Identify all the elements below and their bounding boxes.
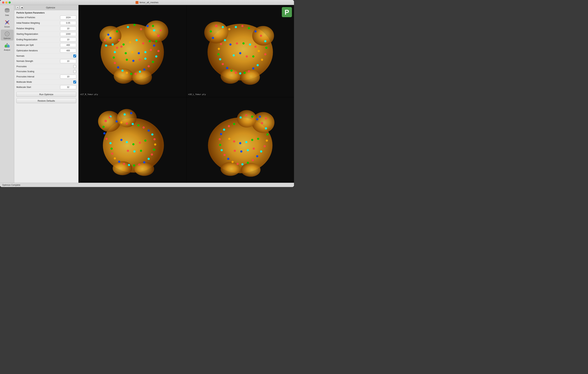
opt-iter-label: Optimization Iterations bbox=[16, 49, 60, 52]
analyze-icon bbox=[4, 42, 10, 49]
iter-split-input[interactable] bbox=[60, 43, 76, 47]
svg-point-112 bbox=[103, 132, 105, 134]
svg-point-90 bbox=[224, 39, 226, 41]
svg-point-20 bbox=[118, 39, 120, 41]
sidebar-item-optimize[interactable]: Optimize bbox=[1, 30, 14, 40]
svg-point-157 bbox=[261, 122, 263, 124]
svg-point-61 bbox=[220, 69, 240, 84]
svg-point-26 bbox=[153, 44, 155, 47]
sidebar-item-data[interactable]: Data bbox=[1, 6, 14, 17]
svg-point-133 bbox=[132, 123, 134, 125]
svg-point-173 bbox=[219, 138, 221, 140]
svg-point-15 bbox=[153, 29, 155, 31]
svg-point-156 bbox=[256, 118, 258, 120]
svg-point-46 bbox=[150, 49, 152, 51]
iter-split-label: Iterations per Split bbox=[16, 44, 60, 46]
svg-point-158 bbox=[265, 127, 267, 129]
viewport-cell-top-left[interactable]: n17_R_femur.ply bbox=[78, 5, 186, 97]
mesh-tr bbox=[192, 10, 289, 92]
svg-point-30 bbox=[147, 65, 150, 67]
procrustes-scaling-checkbox[interactable] bbox=[73, 70, 76, 73]
svg-point-124 bbox=[147, 158, 150, 160]
window-title: femur_all_meshes bbox=[136, 1, 158, 4]
svg-point-117 bbox=[114, 157, 116, 159]
vp-label-tl: n17_R_femur.ply bbox=[80, 93, 98, 96]
svg-point-79 bbox=[248, 70, 250, 72]
statusbar: Optimize Complete bbox=[0, 183, 294, 187]
rel-weight-input[interactable] bbox=[60, 27, 76, 30]
params-content: Particle System Parameters Number of Par… bbox=[14, 10, 78, 183]
sidebar-item-analyze[interactable]: Analyze bbox=[1, 41, 14, 52]
svg-point-42 bbox=[125, 52, 127, 54]
groom-icon bbox=[4, 19, 10, 25]
vp-label-tr: n18_L_femur.ply bbox=[188, 93, 206, 96]
restore-defaults-button[interactable]: Restore Defaults bbox=[16, 98, 76, 103]
opt-iter-input[interactable] bbox=[60, 49, 76, 53]
svg-point-54 bbox=[104, 39, 106, 41]
num-particles-label: Number of Particles bbox=[16, 16, 60, 19]
svg-point-93 bbox=[242, 42, 244, 44]
svg-point-48 bbox=[132, 60, 135, 62]
svg-point-80 bbox=[243, 72, 246, 74]
end-reg-input[interactable] bbox=[60, 38, 76, 41]
svg-point-11 bbox=[127, 26, 129, 28]
close-button[interactable] bbox=[2, 1, 4, 4]
close-panel-button[interactable]: ✕ bbox=[16, 6, 19, 9]
back-panel-button[interactable]: ◀ bbox=[20, 6, 23, 9]
svg-point-71 bbox=[254, 30, 257, 32]
svg-point-12 bbox=[133, 24, 136, 26]
svg-point-22 bbox=[129, 41, 131, 43]
mesh-tl bbox=[84, 10, 181, 92]
svg-point-185 bbox=[247, 149, 249, 151]
param-row-opt-iter: Optimization Iterations bbox=[14, 48, 78, 53]
maximize-button[interactable] bbox=[9, 1, 11, 4]
sidebar-groom-label: Groom bbox=[4, 26, 10, 28]
svg-point-160 bbox=[266, 139, 268, 142]
titlebar: femur_all_meshes bbox=[0, 0, 294, 5]
svg-point-39 bbox=[113, 57, 115, 59]
procrustes-interval-label: Procrustes Interval bbox=[16, 75, 60, 78]
normals-strength-input[interactable] bbox=[60, 59, 76, 63]
num-particles-input[interactable] bbox=[60, 16, 76, 20]
viewport-cell-top-right[interactable]: n18_L_femur.ply P bbox=[186, 5, 294, 97]
svg-point-150 bbox=[237, 110, 257, 127]
svg-point-82 bbox=[235, 72, 237, 74]
svg-point-57 bbox=[152, 25, 154, 27]
svg-point-60 bbox=[252, 26, 274, 45]
svg-point-176 bbox=[228, 125, 230, 127]
svg-point-110 bbox=[104, 120, 107, 122]
svg-point-31 bbox=[143, 69, 145, 71]
multiscale-start-input[interactable] bbox=[60, 85, 76, 89]
svg-point-29 bbox=[152, 61, 154, 63]
svg-point-43 bbox=[131, 51, 133, 53]
sidebar-item-groom[interactable]: Groom bbox=[1, 18, 14, 29]
svg-point-51 bbox=[120, 45, 123, 48]
status-text: Optimize Complete bbox=[2, 184, 20, 186]
params-toolbar: ✕ ◀ Optimize bbox=[14, 5, 78, 10]
rel-weight-label: Relative Weighting bbox=[16, 27, 60, 30]
minimize-button[interactable] bbox=[5, 1, 8, 4]
svg-point-178 bbox=[239, 142, 241, 144]
multiscale-mode-checkbox[interactable] bbox=[73, 81, 76, 83]
svg-point-74 bbox=[265, 47, 267, 49]
svg-point-139 bbox=[139, 142, 141, 144]
svg-point-188 bbox=[265, 117, 267, 120]
procrustes-interval-input[interactable] bbox=[60, 75, 76, 79]
svg-point-27 bbox=[157, 50, 159, 52]
viewport-cell-bottom-left[interactable]: n18_R_femur.ply bbox=[78, 97, 186, 183]
svg-point-45 bbox=[144, 51, 147, 53]
svg-text:P: P bbox=[284, 9, 289, 16]
run-optimize-button[interactable]: Run Optimize bbox=[16, 92, 76, 97]
svg-point-8 bbox=[100, 26, 121, 45]
normals-checkbox[interactable] bbox=[73, 55, 76, 57]
traffic-lights bbox=[2, 1, 11, 4]
start-reg-input[interactable] bbox=[60, 32, 76, 36]
viewport-cell-bottom-right[interactable]: n19_L_femur.ply bbox=[186, 97, 294, 183]
svg-point-164 bbox=[252, 159, 254, 161]
init-rel-weight-input[interactable] bbox=[60, 21, 76, 25]
svg-point-166 bbox=[241, 163, 243, 165]
svg-point-135 bbox=[120, 121, 123, 123]
svg-point-131 bbox=[143, 126, 145, 129]
procrustes-checkbox[interactable] bbox=[73, 65, 76, 68]
param-row-iter-split: Iterations per Split bbox=[14, 42, 78, 48]
